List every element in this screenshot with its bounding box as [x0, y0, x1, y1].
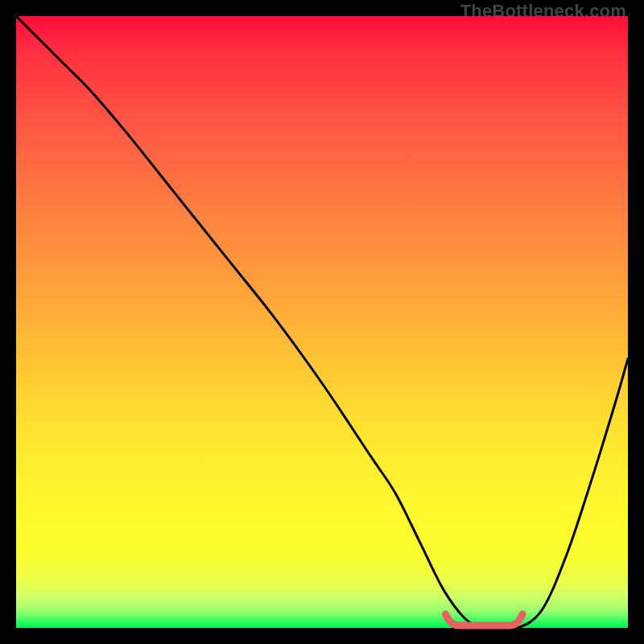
chart-frame	[16, 16, 628, 628]
bottleneck-minimum-marker	[446, 614, 523, 625]
chart-svg	[16, 16, 628, 628]
bottleneck-curve-line	[16, 16, 628, 630]
